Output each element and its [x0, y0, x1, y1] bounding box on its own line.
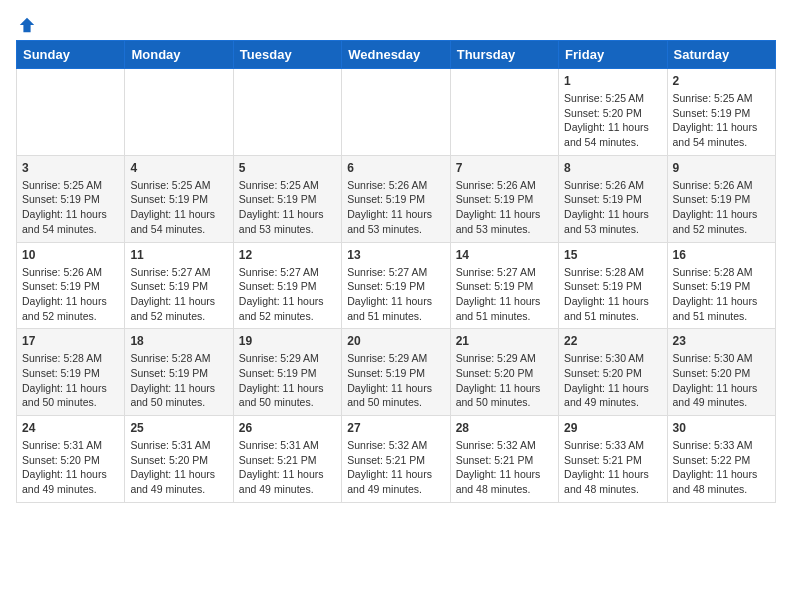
day-info: Sunrise: 5:29 AMSunset: 5:19 PMDaylight:… [239, 351, 336, 410]
calendar-week-1: 1Sunrise: 5:25 AMSunset: 5:20 PMDaylight… [17, 69, 776, 156]
calendar-cell: 26Sunrise: 5:31 AMSunset: 5:21 PMDayligh… [233, 416, 341, 503]
calendar-week-2: 3Sunrise: 5:25 AMSunset: 5:19 PMDaylight… [17, 155, 776, 242]
calendar-week-5: 24Sunrise: 5:31 AMSunset: 5:20 PMDayligh… [17, 416, 776, 503]
day-info: Sunrise: 5:28 AMSunset: 5:19 PMDaylight:… [22, 351, 119, 410]
calendar-week-3: 10Sunrise: 5:26 AMSunset: 5:19 PMDayligh… [17, 242, 776, 329]
day-number: 29 [564, 421, 661, 435]
calendar-cell: 27Sunrise: 5:32 AMSunset: 5:21 PMDayligh… [342, 416, 450, 503]
day-info: Sunrise: 5:28 AMSunset: 5:19 PMDaylight:… [564, 265, 661, 324]
calendar-cell: 25Sunrise: 5:31 AMSunset: 5:20 PMDayligh… [125, 416, 233, 503]
weekday-header-friday: Friday [559, 41, 667, 69]
weekday-header-saturday: Saturday [667, 41, 775, 69]
day-info: Sunrise: 5:29 AMSunset: 5:20 PMDaylight:… [456, 351, 553, 410]
calendar-cell [233, 69, 341, 156]
day-info: Sunrise: 5:28 AMSunset: 5:19 PMDaylight:… [673, 265, 770, 324]
calendar-cell: 20Sunrise: 5:29 AMSunset: 5:19 PMDayligh… [342, 329, 450, 416]
day-number: 10 [22, 248, 119, 262]
day-number: 11 [130, 248, 227, 262]
day-number: 17 [22, 334, 119, 348]
day-info: Sunrise: 5:25 AMSunset: 5:19 PMDaylight:… [130, 178, 227, 237]
calendar-cell: 22Sunrise: 5:30 AMSunset: 5:20 PMDayligh… [559, 329, 667, 416]
day-info: Sunrise: 5:30 AMSunset: 5:20 PMDaylight:… [673, 351, 770, 410]
day-number: 12 [239, 248, 336, 262]
day-number: 22 [564, 334, 661, 348]
day-info: Sunrise: 5:32 AMSunset: 5:21 PMDaylight:… [347, 438, 444, 497]
calendar-cell: 14Sunrise: 5:27 AMSunset: 5:19 PMDayligh… [450, 242, 558, 329]
day-info: Sunrise: 5:27 AMSunset: 5:19 PMDaylight:… [239, 265, 336, 324]
calendar-cell: 5Sunrise: 5:25 AMSunset: 5:19 PMDaylight… [233, 155, 341, 242]
calendar-cell: 23Sunrise: 5:30 AMSunset: 5:20 PMDayligh… [667, 329, 775, 416]
day-number: 1 [564, 74, 661, 88]
day-info: Sunrise: 5:31 AMSunset: 5:21 PMDaylight:… [239, 438, 336, 497]
day-number: 21 [456, 334, 553, 348]
day-info: Sunrise: 5:30 AMSunset: 5:20 PMDaylight:… [564, 351, 661, 410]
day-info: Sunrise: 5:25 AMSunset: 5:19 PMDaylight:… [673, 91, 770, 150]
calendar-cell: 17Sunrise: 5:28 AMSunset: 5:19 PMDayligh… [17, 329, 125, 416]
calendar-cell: 2Sunrise: 5:25 AMSunset: 5:19 PMDaylight… [667, 69, 775, 156]
day-number: 24 [22, 421, 119, 435]
calendar-cell [125, 69, 233, 156]
day-info: Sunrise: 5:26 AMSunset: 5:19 PMDaylight:… [564, 178, 661, 237]
day-info: Sunrise: 5:25 AMSunset: 5:19 PMDaylight:… [22, 178, 119, 237]
day-number: 16 [673, 248, 770, 262]
day-number: 3 [22, 161, 119, 175]
day-info: Sunrise: 5:26 AMSunset: 5:19 PMDaylight:… [347, 178, 444, 237]
calendar-cell: 4Sunrise: 5:25 AMSunset: 5:19 PMDaylight… [125, 155, 233, 242]
day-info: Sunrise: 5:26 AMSunset: 5:19 PMDaylight:… [673, 178, 770, 237]
day-number: 14 [456, 248, 553, 262]
logo [16, 16, 36, 30]
logo-icon [18, 16, 36, 34]
calendar-cell: 13Sunrise: 5:27 AMSunset: 5:19 PMDayligh… [342, 242, 450, 329]
calendar-cell: 28Sunrise: 5:32 AMSunset: 5:21 PMDayligh… [450, 416, 558, 503]
day-number: 23 [673, 334, 770, 348]
day-number: 7 [456, 161, 553, 175]
day-info: Sunrise: 5:27 AMSunset: 5:19 PMDaylight:… [130, 265, 227, 324]
day-number: 4 [130, 161, 227, 175]
weekday-header-thursday: Thursday [450, 41, 558, 69]
day-info: Sunrise: 5:28 AMSunset: 5:19 PMDaylight:… [130, 351, 227, 410]
day-number: 2 [673, 74, 770, 88]
day-info: Sunrise: 5:25 AMSunset: 5:20 PMDaylight:… [564, 91, 661, 150]
calendar-cell: 10Sunrise: 5:26 AMSunset: 5:19 PMDayligh… [17, 242, 125, 329]
calendar-cell [17, 69, 125, 156]
calendar-cell: 11Sunrise: 5:27 AMSunset: 5:19 PMDayligh… [125, 242, 233, 329]
calendar-cell: 15Sunrise: 5:28 AMSunset: 5:19 PMDayligh… [559, 242, 667, 329]
day-number: 9 [673, 161, 770, 175]
calendar-cell: 24Sunrise: 5:31 AMSunset: 5:20 PMDayligh… [17, 416, 125, 503]
day-number: 26 [239, 421, 336, 435]
calendar-cell: 29Sunrise: 5:33 AMSunset: 5:21 PMDayligh… [559, 416, 667, 503]
calendar-cell [450, 69, 558, 156]
svg-marker-0 [20, 18, 34, 32]
weekday-header-sunday: Sunday [17, 41, 125, 69]
page-header [16, 16, 776, 30]
day-info: Sunrise: 5:26 AMSunset: 5:19 PMDaylight:… [22, 265, 119, 324]
day-info: Sunrise: 5:33 AMSunset: 5:22 PMDaylight:… [673, 438, 770, 497]
weekday-header-tuesday: Tuesday [233, 41, 341, 69]
day-info: Sunrise: 5:33 AMSunset: 5:21 PMDaylight:… [564, 438, 661, 497]
calendar-cell: 12Sunrise: 5:27 AMSunset: 5:19 PMDayligh… [233, 242, 341, 329]
day-number: 30 [673, 421, 770, 435]
day-number: 5 [239, 161, 336, 175]
calendar-week-4: 17Sunrise: 5:28 AMSunset: 5:19 PMDayligh… [17, 329, 776, 416]
day-info: Sunrise: 5:31 AMSunset: 5:20 PMDaylight:… [22, 438, 119, 497]
calendar-cell: 7Sunrise: 5:26 AMSunset: 5:19 PMDaylight… [450, 155, 558, 242]
calendar-cell: 9Sunrise: 5:26 AMSunset: 5:19 PMDaylight… [667, 155, 775, 242]
day-number: 15 [564, 248, 661, 262]
day-number: 6 [347, 161, 444, 175]
calendar-cell: 18Sunrise: 5:28 AMSunset: 5:19 PMDayligh… [125, 329, 233, 416]
calendar-header-row: SundayMondayTuesdayWednesdayThursdayFrid… [17, 41, 776, 69]
day-info: Sunrise: 5:26 AMSunset: 5:19 PMDaylight:… [456, 178, 553, 237]
calendar-table: SundayMondayTuesdayWednesdayThursdayFrid… [16, 40, 776, 503]
calendar-cell: 8Sunrise: 5:26 AMSunset: 5:19 PMDaylight… [559, 155, 667, 242]
day-info: Sunrise: 5:29 AMSunset: 5:19 PMDaylight:… [347, 351, 444, 410]
day-info: Sunrise: 5:27 AMSunset: 5:19 PMDaylight:… [456, 265, 553, 324]
day-info: Sunrise: 5:31 AMSunset: 5:20 PMDaylight:… [130, 438, 227, 497]
day-info: Sunrise: 5:32 AMSunset: 5:21 PMDaylight:… [456, 438, 553, 497]
day-info: Sunrise: 5:27 AMSunset: 5:19 PMDaylight:… [347, 265, 444, 324]
day-number: 25 [130, 421, 227, 435]
calendar-cell: 21Sunrise: 5:29 AMSunset: 5:20 PMDayligh… [450, 329, 558, 416]
weekday-header-monday: Monday [125, 41, 233, 69]
calendar-cell: 19Sunrise: 5:29 AMSunset: 5:19 PMDayligh… [233, 329, 341, 416]
calendar-cell: 30Sunrise: 5:33 AMSunset: 5:22 PMDayligh… [667, 416, 775, 503]
day-number: 13 [347, 248, 444, 262]
